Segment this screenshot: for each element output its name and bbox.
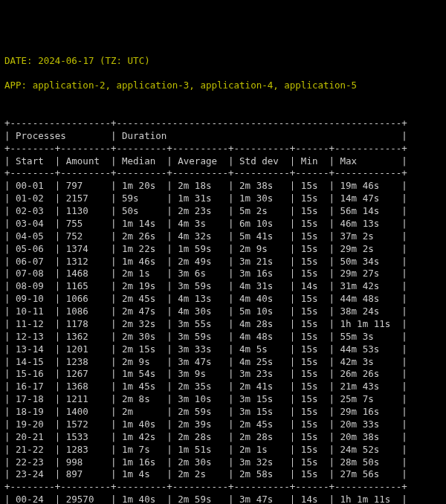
app-value: application-2, application-3, applicatio… <box>33 80 358 91</box>
sep-line: +--------+---------+---------+----------… <box>4 167 442 180</box>
column-header-row: | Start | Amount | Median | Average | St… <box>4 155 442 168</box>
date-value: 2024-06-17 (TZ: UTC) <box>38 55 150 66</box>
date-label: DATE: <box>4 55 33 66</box>
table-row: | 13-14 | 1201 | 2m 15s | 3m 33s | 4m 5s… <box>4 343 442 356</box>
table-row: | 20-21 | 1533 | 1m 42s | 2m 28s | 2m 28… <box>4 431 442 444</box>
table-row: | 04-05 | 752 | 2m 26s | 4m 32s | 5m 41s… <box>4 230 442 243</box>
sep-line: +--------+---------+---------+----------… <box>4 481 442 494</box>
app-label: APP: <box>4 80 27 91</box>
table-row: | 16-17 | 1368 | 1m 45s | 2m 35s | 2m 41… <box>4 381 442 393</box>
table-row: | 12-13 | 1362 | 2m 30s | 3m 59s | 4m 48… <box>4 331 442 343</box>
table-row: | 17-18 | 1211 | 2m 8s | 3m 10s | 3m 15s… <box>4 393 442 406</box>
table-row: | 19-20 | 1572 | 1m 40s | 2m 39s | 2m 45… <box>4 419 442 431</box>
table-row: | 01-02 | 2157 | 59s | 1m 31s | 1m 30s |… <box>4 193 442 205</box>
table-row: | 22-23 | 998 | 1m 16s | 2m 30s | 3m 32s… <box>4 456 442 469</box>
table-row: | 11-12 | 1178 | 2m 32s | 3m 55s | 4m 28… <box>4 318 442 331</box>
table-row: | 03-04 | 755 | 1m 14s | 4m 3s | 6m 10s … <box>4 218 442 230</box>
sep-line: +--------+---------+---------+----------… <box>4 143 442 155</box>
table-row: | 15-16 | 1267 | 1m 54s | 3m 9s | 3m 23s… <box>4 368 442 381</box>
table-row: | 06-07 | 1312 | 1m 46s | 2m 49s | 3m 21… <box>4 256 442 268</box>
table-row: | 00-01 | 797 | 1m 20s | 2m 18s | 2m 38s… <box>4 180 442 193</box>
table-row: | 18-19 | 1400 | 2m | 2m 59s | 3m 15s | … <box>4 406 442 419</box>
group-header-row: | Processes | Duration | <box>4 130 442 143</box>
header-app: APP: application-2, application-3, appli… <box>4 80 442 92</box>
table-row: | 23-24 | 897 | 1m 4s | 2m 2s | 2m 58s |… <box>4 468 442 481</box>
header-date: DATE: 2024-06-17 (TZ: UTC) <box>4 55 442 68</box>
table-row: | 07-08 | 1468 | 2m 1s | 3m 6s | 3m 16s … <box>4 268 442 280</box>
sep-line: +------------------+--------------------… <box>4 117 442 130</box>
table-row: | 10-11 | 1086 | 2m 47s | 4m 30s | 5m 10… <box>4 306 442 318</box>
total-row: | 00-24 | 29570 | 1m 40s | 2m 59s | 3m 4… <box>4 494 442 504</box>
table-row: | 14-15 | 1238 | 2m 9s | 3m 47s | 4m 25s… <box>4 356 442 369</box>
table-row: | 21-22 | 1283 | 1m 7s | 1m 51s | 2m 1s … <box>4 444 442 456</box>
table-row: | 08-09 | 1165 | 2m 19s | 3m 59s | 4m 31… <box>4 280 442 293</box>
table-row: | 05-06 | 1374 | 1m 22s | 1m 59s | 2m 9s… <box>4 243 442 256</box>
table-row: | 02-03 | 1130 | 50s | 2m 23s | 5m 2s | … <box>4 205 442 218</box>
stats-table: +------------------+--------------------… <box>4 117 442 504</box>
table-row: | 09-10 | 1066 | 2m 45s | 4m 13s | 4m 40… <box>4 293 442 306</box>
